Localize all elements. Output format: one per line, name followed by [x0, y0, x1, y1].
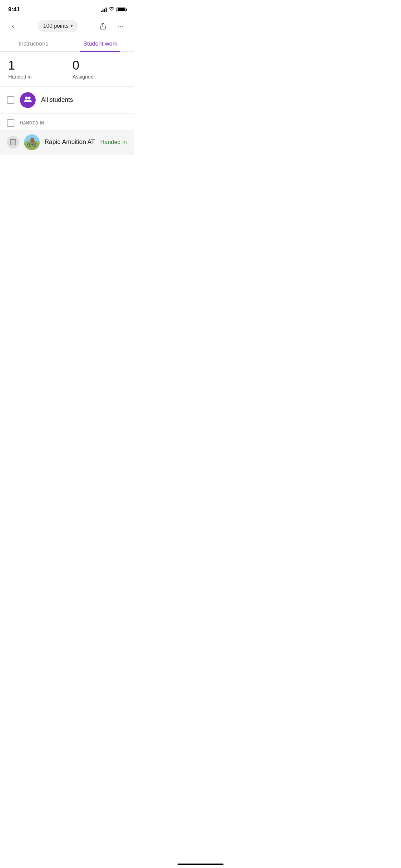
share-icon	[99, 22, 107, 30]
tab-student-work[interactable]: Student work	[67, 36, 134, 51]
student-row[interactable]: Rapid Ambition AT Handed in	[0, 130, 134, 155]
svg-rect-9	[31, 139, 34, 140]
assigned-stat: 0 Assigned	[73, 59, 126, 80]
svg-point-2	[28, 97, 31, 100]
status-icons	[101, 7, 126, 12]
all-students-checkbox[interactable]	[7, 96, 14, 104]
dropdown-arrow-icon: ▾	[71, 24, 73, 28]
all-students-avatar	[20, 92, 36, 108]
assigned-count: 0	[73, 59, 126, 72]
group-icon	[23, 95, 32, 105]
stats-section: 1 Handed in 0 Assigned	[0, 52, 134, 87]
signal-icon	[101, 7, 107, 12]
nav-bar: ‹ 100 points ▾ ···	[0, 17, 134, 36]
points-dropdown[interactable]: 100 points ▾	[38, 20, 78, 32]
more-dots-icon: ···	[117, 22, 124, 30]
back-button[interactable]: ‹	[7, 20, 19, 32]
status-bar: 9:41	[0, 0, 134, 17]
assigned-label: Assigned	[73, 74, 126, 80]
section-header-label: HANDED IN	[20, 121, 44, 125]
wifi-icon	[109, 7, 114, 12]
more-button[interactable]: ···	[114, 20, 127, 32]
tab-bar: Instructions Student work	[0, 36, 134, 52]
back-chevron-icon: ‹	[12, 22, 14, 30]
handed-in-label: Handed in	[8, 74, 61, 80]
handed-in-stat: 1 Handed in	[8, 59, 61, 80]
student-checkbox[interactable]	[7, 136, 19, 148]
student-avatar	[24, 134, 40, 150]
stat-divider	[67, 59, 67, 80]
all-students-row[interactable]: All students	[0, 87, 134, 114]
svg-point-13	[29, 144, 30, 145]
all-students-label: All students	[41, 96, 73, 104]
student-status: Handed in	[100, 139, 127, 146]
svg-point-14	[34, 144, 35, 145]
section-header-handed-in: HANDED IN	[0, 114, 134, 130]
share-button[interactable]	[97, 20, 109, 32]
nav-actions: ···	[97, 20, 127, 32]
section-checkbox[interactable]	[7, 119, 14, 127]
status-time: 9:41	[8, 6, 20, 13]
battery-icon	[117, 8, 125, 12]
tab-instructions[interactable]: Instructions	[0, 36, 67, 51]
student-name: Rapid Ambition AT	[45, 138, 95, 146]
checkbox-inner-icon	[10, 139, 16, 145]
svg-point-1	[25, 97, 28, 100]
handed-in-count: 1	[8, 59, 61, 72]
points-label: 100 points	[43, 23, 69, 29]
